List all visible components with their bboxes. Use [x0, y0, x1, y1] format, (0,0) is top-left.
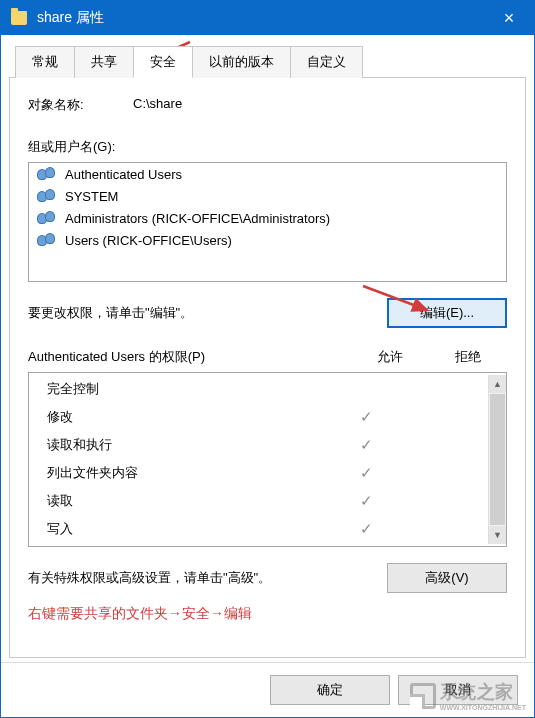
annotation-text: 右键需要共享的文件夹→安全→编辑 [28, 605, 507, 623]
list-item[interactable]: SYSTEM [29, 185, 506, 207]
object-name-row: 对象名称: C:\share [28, 96, 507, 114]
principal-name: Authenticated Users [65, 167, 182, 182]
properties-window: share 属性 × 常规 共享 安全 以前的版本 自定义 对象名称: C:\s… [0, 0, 535, 718]
allow-check: ✓ [330, 492, 402, 510]
principal-name: Users (RICK-OFFICE\Users) [65, 233, 232, 248]
principal-name: SYSTEM [65, 189, 118, 204]
advanced-row: 有关特殊权限或高级设置，请单击"高级"。 高级(V) [28, 563, 507, 593]
tab-sharing[interactable]: 共享 [74, 46, 134, 78]
scroll-down-button[interactable]: ▼ [489, 526, 506, 544]
ok-button[interactable]: 确定 [270, 675, 390, 705]
allow-check: ✓ [330, 520, 402, 538]
object-name-label: 对象名称: [28, 96, 133, 114]
security-panel: 对象名称: C:\share 组或用户名(G): Authenticated U… [9, 78, 526, 658]
permissions-header: Authenticated Users 的权限(P) 允许 拒绝 [28, 348, 507, 366]
list-item[interactable]: Administrators (RICK-OFFICE\Administrato… [29, 207, 506, 229]
tab-previous-versions[interactable]: 以前的版本 [192, 46, 291, 78]
deny-column-header: 拒绝 [429, 348, 507, 366]
permission-row: 写入✓ [29, 515, 488, 543]
tab-general[interactable]: 常规 [15, 46, 75, 78]
allow-check: ✓ [330, 408, 402, 426]
tab-customize[interactable]: 自定义 [290, 46, 363, 78]
window-title: share 属性 [37, 9, 494, 27]
cancel-button[interactable]: 取消 [398, 675, 518, 705]
group-icon [37, 210, 57, 226]
group-icon [37, 166, 57, 182]
advanced-button[interactable]: 高级(V) [387, 563, 507, 593]
permissions-listbox[interactable]: 完全控制 修改✓ 读取和执行✓ 列出文件夹内容✓ 读取✓ 写入✓ ▲ ▼ [28, 372, 507, 547]
list-item[interactable]: Authenticated Users [29, 163, 506, 185]
object-name-value: C:\share [133, 96, 182, 114]
principal-name: Administrators (RICK-OFFICE\Administrato… [65, 211, 330, 226]
scrollbar[interactable]: ▲ ▼ [488, 375, 506, 544]
permissions-title: Authenticated Users 的权限(P) [28, 348, 351, 366]
groups-label: 组或用户名(G): [28, 138, 507, 156]
tab-strip: 常规 共享 安全 以前的版本 自定义 [9, 45, 526, 78]
scroll-thumb[interactable] [490, 394, 505, 525]
edit-hint: 要更改权限，请单击"编辑"。 [28, 304, 387, 322]
close-button[interactable]: × [494, 9, 524, 27]
allow-column-header: 允许 [351, 348, 429, 366]
edit-button[interactable]: 编辑(E)... [387, 298, 507, 328]
tab-security[interactable]: 安全 [133, 46, 193, 78]
permissions-inner: 完全控制 修改✓ 读取和执行✓ 列出文件夹内容✓ 读取✓ 写入✓ [29, 375, 488, 544]
dialog-button-bar: 确定 取消 系统之家 WWW.XITONGZHIJIA.NET [1, 662, 534, 717]
principals-listbox[interactable]: Authenticated Users SYSTEM Administrator… [28, 162, 507, 282]
list-item[interactable]: Users (RICK-OFFICE\Users) [29, 229, 506, 251]
allow-check: ✓ [330, 436, 402, 454]
edit-row: 要更改权限，请单击"编辑"。 编辑(E)... [28, 298, 507, 328]
content-area: 常规 共享 安全 以前的版本 自定义 对象名称: C:\share 组或用户名(… [1, 35, 534, 662]
permission-row: 读取和执行✓ [29, 431, 488, 459]
scroll-up-button[interactable]: ▲ [489, 375, 506, 393]
titlebar[interactable]: share 属性 × [1, 1, 534, 35]
permission-row: 完全控制 [29, 375, 488, 403]
folder-icon [11, 11, 27, 25]
permission-row: 修改✓ [29, 403, 488, 431]
allow-check: ✓ [330, 464, 402, 482]
advanced-hint: 有关特殊权限或高级设置，请单击"高级"。 [28, 569, 387, 587]
group-icon [37, 232, 57, 248]
permission-row: 列出文件夹内容✓ [29, 459, 488, 487]
permission-row: 读取✓ [29, 487, 488, 515]
group-icon [37, 188, 57, 204]
